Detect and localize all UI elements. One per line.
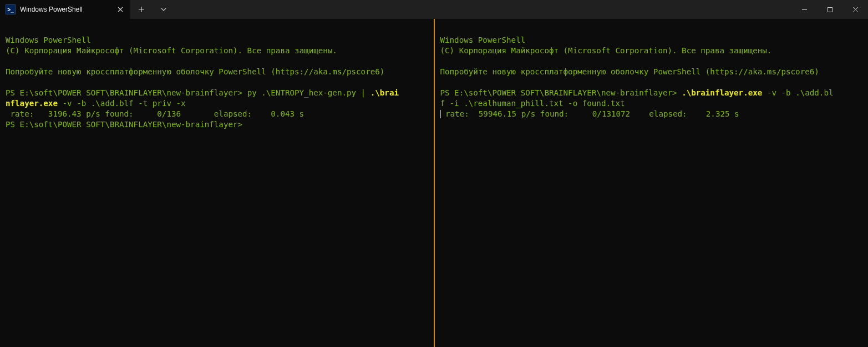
- prompt: PS E:\soft\POWER SOFT\BRAINFLAYER\new-br…: [6, 88, 247, 97]
- banner-line: Попробуйте новую кроссплатформенную обол…: [440, 67, 819, 76]
- prompt: PS E:\soft\POWER SOFT\BRAINFLAYER\new-br…: [6, 120, 242, 129]
- svg-rect-0: [828, 7, 832, 12]
- left-pane[interactable]: Windows PowerShell (C) Корпорация Майкро…: [0, 19, 434, 347]
- command-exe: nflayer.exe: [6, 99, 58, 108]
- maximize-button[interactable]: [817, 0, 842, 19]
- banner-line: Windows PowerShell: [6, 36, 91, 44]
- banner-line: (C) Корпорация Майкрософт (Microsoft Cor…: [440, 46, 772, 55]
- stat-line: rate: 59946.15 p/s found: 0/131072 elaps…: [441, 109, 739, 118]
- stat-line: rate: 3196.43 p/s found: 0/136 elapsed: …: [6, 109, 304, 118]
- window-controls: [791, 0, 868, 19]
- banner-line: Windows PowerShell: [440, 36, 526, 44]
- tab-actions: [130, 0, 175, 19]
- banner-line: Попробуйте новую кроссплатформенную обол…: [6, 67, 384, 76]
- right-pane[interactable]: Windows PowerShell (C) Корпорация Майкро…: [435, 19, 869, 347]
- command-exe: .\brai: [370, 88, 399, 97]
- titlebar: >_ Windows PowerShell: [0, 0, 868, 19]
- command-exe: .\brainflayer.exe: [682, 88, 762, 97]
- command-args: f -i .\realhuman_phill.txt -o found.txt: [440, 99, 625, 108]
- prompt: PS E:\soft\POWER SOFT\BRAINFLAYER\new-br…: [440, 88, 682, 97]
- minimize-button[interactable]: [791, 0, 817, 19]
- command-args: -v -b .\add.blf -t priv -x: [58, 99, 186, 108]
- command-text: py .\ENTROPY_hex-gen.py |: [247, 88, 370, 97]
- close-button[interactable]: [842, 0, 868, 19]
- new-tab-button[interactable]: [130, 0, 153, 19]
- tab-title: Windows PowerShell: [20, 6, 83, 13]
- tab-powershell[interactable]: >_ Windows PowerShell: [0, 0, 130, 19]
- tab-dropdown-button[interactable]: [153, 0, 175, 19]
- tab-close-button[interactable]: [115, 4, 126, 15]
- terminal-area: Windows PowerShell (C) Корпорация Майкро…: [0, 19, 868, 347]
- command-args: -v -b .\add.bl: [762, 88, 833, 97]
- banner-line: (C) Корпорация Майкрософт (Microsoft Cor…: [6, 46, 337, 55]
- powershell-icon: >_: [6, 4, 16, 14]
